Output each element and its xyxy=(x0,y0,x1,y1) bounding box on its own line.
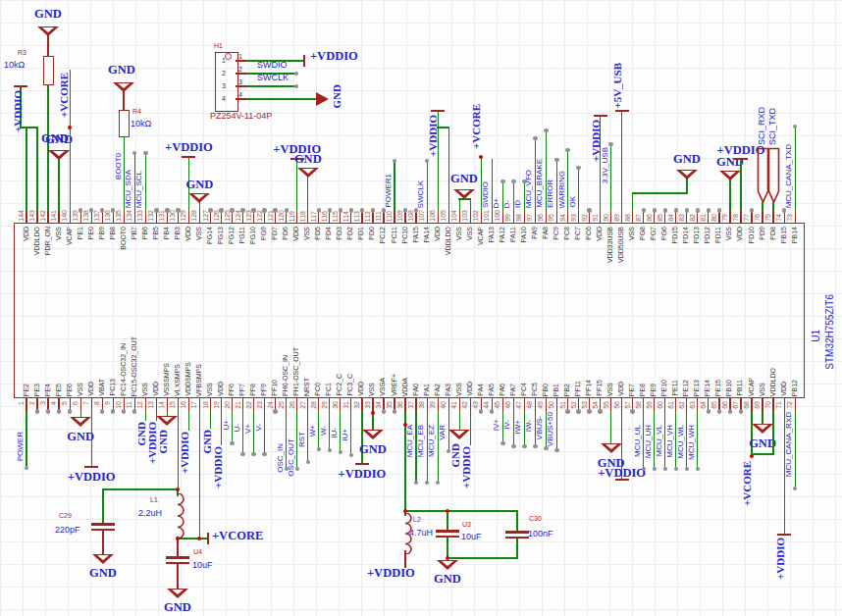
power-bar-icon xyxy=(303,55,305,67)
pin-stub xyxy=(36,209,37,223)
net-label: VAR xyxy=(439,425,447,440)
pin-dot xyxy=(598,409,602,413)
pin-dot xyxy=(750,208,754,212)
junction-dot xyxy=(197,537,201,540)
net-label: RST xyxy=(298,432,306,447)
pin-name: PA8 xyxy=(542,227,549,239)
pin-number: 44 xyxy=(483,401,490,409)
pin-number: 12 xyxy=(136,401,143,409)
ic-ref-label: U1 xyxy=(812,330,821,342)
pin-stub xyxy=(47,209,48,223)
net-label: MCU_EA xyxy=(406,425,414,457)
pin-name: VDD xyxy=(736,227,743,241)
part-value: 2.2uH xyxy=(138,509,162,518)
pin-number: 20 xyxy=(224,401,231,409)
wire xyxy=(102,530,103,554)
pin-dot xyxy=(349,453,353,457)
pin-number: 79 xyxy=(721,214,728,222)
pin-dot xyxy=(294,84,298,88)
pin-number: 89 xyxy=(613,214,620,222)
pin-number: 74 xyxy=(775,214,782,222)
net-label: MCU_UL xyxy=(634,425,642,457)
net-wire xyxy=(697,411,698,467)
gnd-arrow-icon xyxy=(302,169,314,174)
pin-name: VDDLDO xyxy=(445,227,451,255)
power-label: +VDDIO xyxy=(367,567,415,580)
pin-stub xyxy=(524,209,525,223)
net-wire xyxy=(772,411,773,454)
net-wire xyxy=(610,411,611,443)
net-label: U+ xyxy=(223,420,231,430)
pin-number: 15 xyxy=(169,401,176,409)
net-label: SWCLK xyxy=(417,180,425,208)
pin-stub xyxy=(145,209,146,223)
pin-number: 33 xyxy=(364,401,371,409)
pin-name: PE5 xyxy=(55,384,62,396)
pin-dot xyxy=(425,159,429,163)
pin-number: 67 xyxy=(732,401,739,409)
power-bar-icon xyxy=(431,110,445,112)
pin-number: 4 xyxy=(50,401,57,405)
net-label: U- xyxy=(234,424,241,432)
net-wire xyxy=(438,411,439,481)
pin-name: VSSA xyxy=(379,378,386,396)
pin-name: PB3 xyxy=(174,227,181,239)
pin-dot xyxy=(642,467,646,471)
schematic-canvas[interactable]: 144VDD143VDDLDO142PDR_ON141VSS140VCAP139… xyxy=(0,0,842,616)
pin-number: 136 xyxy=(104,210,111,222)
net-label: SWDIO xyxy=(482,181,490,208)
net-label: ID xyxy=(514,200,522,208)
wire xyxy=(447,510,447,530)
pin-name: VDD xyxy=(357,382,364,396)
wire xyxy=(632,192,687,193)
pin-name: VDD xyxy=(184,227,191,241)
pin-name: VSS xyxy=(303,227,310,240)
power-bar-icon xyxy=(14,85,27,87)
pin-number: 88 xyxy=(624,214,631,222)
net-wire xyxy=(199,411,200,539)
pin-number: 47 xyxy=(515,401,522,409)
net-label: MCU_VL xyxy=(656,425,663,456)
pin-number: 51 xyxy=(559,401,566,409)
pin-name: VSS xyxy=(77,383,83,396)
pin-stub xyxy=(772,209,773,223)
net-label: SWCLK xyxy=(257,74,289,82)
pin-name: VCAP xyxy=(748,378,755,396)
pin-number: 120 xyxy=(278,210,285,222)
gnd-label: GND xyxy=(34,8,62,21)
pin-number: 13 xyxy=(147,401,154,409)
pin-name: VDD50USB xyxy=(617,227,624,263)
pin-stub xyxy=(556,209,557,223)
pin-name: PC13 xyxy=(109,379,116,396)
part-ref: R3 xyxy=(18,49,26,56)
pin-name: PC10 xyxy=(401,227,408,244)
pin-name: PC15-OSC32_OUT xyxy=(131,336,137,396)
power-label: +VDDIO xyxy=(775,538,786,580)
part-value: 10uF xyxy=(192,561,213,570)
pin-dot xyxy=(393,409,396,413)
pin-name: PB14 xyxy=(791,227,798,243)
pin-name: VSS xyxy=(55,227,62,240)
net-label: MCU_WH xyxy=(688,425,696,460)
pin-stub xyxy=(427,209,428,223)
pin-number: 80 xyxy=(710,214,717,222)
pin-name: VSS xyxy=(466,227,473,240)
pin-name: PF8 xyxy=(249,384,256,396)
pin-dot xyxy=(630,409,634,413)
net-wire xyxy=(145,411,146,420)
pin-name: PF11 xyxy=(574,381,581,396)
pin-name: VSS xyxy=(195,227,202,240)
pin-name: PA6 xyxy=(499,384,505,396)
pin-dot xyxy=(273,409,277,413)
pin-dot xyxy=(240,452,244,456)
net-wire xyxy=(210,411,211,428)
capacitor-C29 xyxy=(91,529,115,532)
pin-name: VREF+ xyxy=(391,374,397,396)
power-label: GND xyxy=(332,84,342,108)
net-label: POWER1 xyxy=(385,174,393,208)
pin-name: VDD33USB xyxy=(606,227,613,263)
pin-dot xyxy=(653,208,657,212)
net-label: POWER xyxy=(17,432,25,461)
pin-number: 37 xyxy=(407,401,414,409)
wire xyxy=(102,488,103,523)
